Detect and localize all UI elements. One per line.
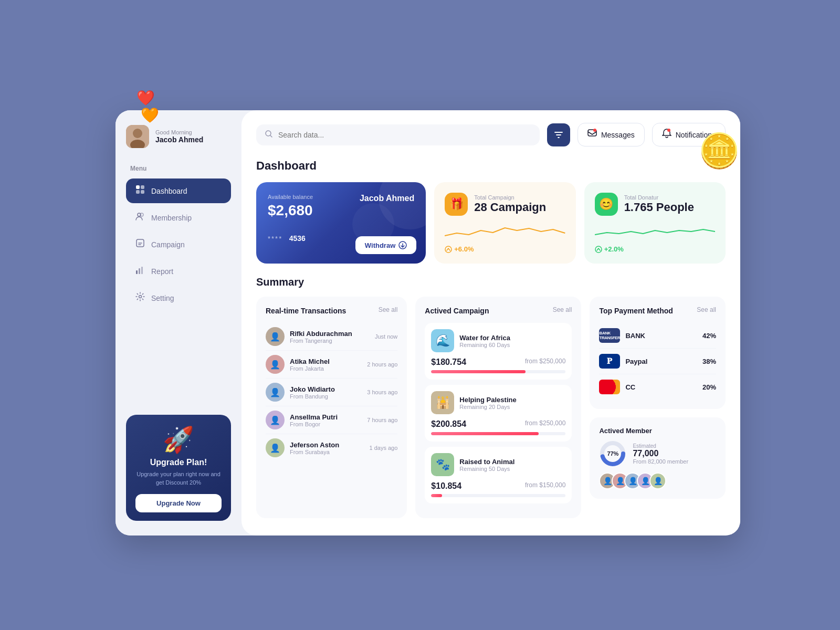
payments-see-all[interactable]: See all: [697, 306, 716, 313]
card-number: 4536: [289, 234, 306, 243]
upgrade-now-button[interactable]: Upgrade Now: [135, 494, 222, 512]
campaigns-header: Actived Campaign See all: [425, 306, 572, 316]
user-profile: Good Morning Jacob Ahmed: [126, 125, 231, 148]
campaigns-see-all[interactable]: See all: [553, 306, 572, 313]
svg-rect-12: [141, 267, 143, 274]
campaign-progress-2: [431, 494, 565, 497]
user-info: Good Morning Jacob Ahmed: [155, 129, 203, 144]
report-label: Report: [151, 267, 173, 276]
member-avatars: 👤 👤 👤 👤 👤: [599, 472, 716, 489]
upgrade-title: Upgrade Plan!: [135, 458, 222, 467]
transaction-item: 👤 Joko Widiarto From Bandung 3 hours ago: [266, 379, 397, 406]
cc-logo: [599, 380, 620, 394]
sidebar-item-report[interactable]: Report: [126, 259, 231, 284]
messages-label: Messages: [601, 131, 635, 139]
donatur-mini-chart: [595, 220, 715, 241]
balance-card: Available balance $2,680 Jacob Ahmed ***…: [256, 182, 426, 264]
campaign-item-0: 🌊 Water for Africa Remaining 60 Days $18…: [425, 323, 572, 380]
campaign-item-header-0: 🌊 Water for Africa Remaining 60 Days: [431, 329, 565, 352]
messages-button[interactable]: Messages: [578, 123, 645, 146]
payment-item-2: CC 20%: [599, 374, 716, 400]
sidebar-item-membership[interactable]: Membership: [126, 205, 231, 230]
member-title: Actived Member: [599, 427, 716, 435]
rocket-emoji: 🚀: [135, 425, 222, 455]
membership-label: Membership: [151, 214, 192, 222]
withdraw-button[interactable]: Withdraw: [355, 236, 416, 254]
sidebar-item-dashboard[interactable]: Dashboard: [126, 178, 231, 203]
donatur-stat-header: 😊 Total Donatur 1.765 People: [595, 193, 715, 216]
membership-icon: [134, 212, 146, 224]
transactions-header: Real-time Transactions See all: [266, 306, 397, 316]
svg-point-17: [667, 129, 670, 132]
trans-name-4: Jeferson Aston: [290, 441, 364, 449]
page-title: Dashboard: [256, 159, 726, 173]
svg-point-20: [595, 246, 602, 253]
balance-name: Jacob Ahmed: [360, 194, 414, 203]
trans-name-0: Rifki Abdurachman: [290, 330, 370, 338]
card-dots: ****: [268, 235, 282, 243]
campaign-item-header-2: 🐾 Raised to Animal Remaining 50 Days: [431, 453, 565, 476]
sidebar-item-setting[interactable]: Setting: [126, 286, 231, 310]
summary-grid: Real-time Transactions See all 👤 Rifki A…: [256, 297, 726, 518]
campaign-item-2: 🐾 Raised to Animal Remaining 50 Days $10…: [425, 447, 572, 503]
donatur-change-value: +2.0%: [604, 245, 624, 253]
trans-from-2: From Bandung: [290, 393, 362, 400]
campaign-progress-0: [431, 370, 565, 373]
trans-from-0: From Tangerang: [290, 338, 370, 344]
svg-rect-5: [136, 190, 140, 194]
payment-pct-0: 42%: [702, 332, 716, 340]
setting-label: Setting: [151, 294, 174, 302]
report-icon: [134, 265, 146, 277]
greeting-text: Good Morning: [155, 129, 203, 135]
upgrade-card: 🚀 Upgrade Plan! Upgrade your plan right …: [126, 415, 231, 521]
campaign-from-1: from $250,000: [525, 419, 565, 429]
campaign-from-0: from $250,000: [525, 358, 565, 367]
donatur-stat-value: 1.765 People: [624, 201, 694, 214]
campaign-raised-0: $180.754: [431, 358, 466, 367]
total-campaign-card: 🎁 Total Campaign 28 Campaign: [434, 182, 575, 264]
trans-from-1: From Jakarta: [290, 365, 362, 372]
campaign-fill-2: [431, 494, 442, 497]
transactions-see-all[interactable]: See all: [379, 306, 398, 313]
campaign-days-2: Remaining 50 Days: [459, 466, 514, 472]
total-donatur-card: 😊 Total Donatur 1.765 People: [584, 182, 726, 264]
transactions-title: Real-time Transactions: [266, 306, 346, 316]
payments-title: Top Payment Method: [599, 306, 673, 316]
main-content: Messages Notifications Dashboard: [242, 110, 740, 536]
search-input[interactable]: [278, 131, 531, 139]
notifications-button[interactable]: Notifications: [652, 123, 726, 146]
campaign-text-1: Helping Palestine Remaining 20 Days: [459, 396, 516, 410]
nav-list: Dashboard Membership: [126, 178, 231, 310]
search-icon: [265, 130, 273, 140]
notifications-icon: [662, 129, 671, 141]
mem-avatar-4: 👤: [649, 472, 666, 489]
withdraw-label: Withdraw: [365, 242, 395, 249]
trans-info-4: Jeferson Aston From Surabaya: [290, 441, 364, 455]
member-sub: From 82,000 member: [633, 458, 688, 465]
filter-button[interactable]: [547, 123, 570, 146]
svg-rect-11: [139, 268, 140, 274]
payment-item-1: 𝐏 Paypal 38%: [599, 349, 716, 374]
payment-name-0: BANK: [625, 332, 697, 340]
payment-pct-2: 20%: [702, 383, 716, 391]
campaign-stat-icon: 🎁: [445, 193, 468, 216]
campaigns-title: Actived Campaign: [425, 306, 489, 316]
estimated-label: Estimated: [633, 443, 688, 449]
stats-row: Available balance $2,680 Jacob Ahmed ***…: [256, 182, 726, 264]
svg-rect-4: [141, 185, 144, 189]
payment-name-1: Paypal: [625, 358, 697, 365]
sidebar: Good Morning Jacob Ahmed Menu: [116, 110, 242, 536]
campaign-days-0: Remaining 60 Days: [459, 342, 510, 348]
campaign-text-2: Raised to Animal Remaining 50 Days: [459, 458, 514, 472]
member-stats: 77% Estimated 77,000 From 82,000 member: [599, 440, 716, 467]
campaign-stat-value: 28 Campaign: [474, 201, 546, 214]
sidebar-item-campaign[interactable]: Campaign: [126, 232, 231, 257]
payment-pct-1: 38%: [702, 358, 716, 365]
trans-info-0: Rifki Abdurachman From Tangerang: [290, 330, 370, 344]
donatur-stat-label: Total Donatur: [624, 194, 694, 201]
campaign-raised-2: $10.854: [431, 481, 461, 491]
balance-amount: $2,680: [268, 202, 414, 219]
trans-avatar-3: 👤: [266, 411, 285, 429]
trans-info-3: Ansellma Putri From Bogor: [290, 413, 362, 427]
user-name: Jacob Ahmed: [155, 135, 203, 144]
